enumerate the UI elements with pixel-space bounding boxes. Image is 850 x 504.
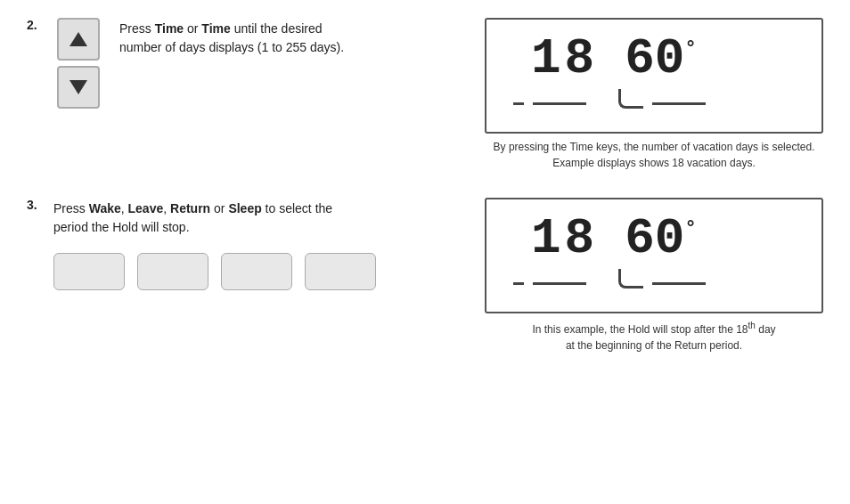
section1-caption: By pressing the Time keys, the number of… xyxy=(485,139,823,171)
dash-long-1 xyxy=(533,102,586,105)
page: 2. Press Time or Time until the desired … xyxy=(0,0,850,504)
wake-label: Wake xyxy=(89,201,121,215)
sleep-label: Sleep xyxy=(228,201,261,215)
leave-label: Leave xyxy=(128,201,164,215)
section2-caption: In this example, the Hold will stop afte… xyxy=(485,319,823,354)
wake-button[interactable] xyxy=(53,253,125,290)
display-box-1: 18 60° xyxy=(485,18,823,134)
dash-long-4 xyxy=(652,282,706,285)
or-label: or xyxy=(184,21,201,36)
step-2-number: 3. xyxy=(27,198,41,212)
section1-right: 18 60° By pressing the Time keys, the nu… xyxy=(463,18,823,171)
step-1-number: 2. xyxy=(27,18,41,32)
arrow-buttons xyxy=(57,18,100,109)
return-button[interactable] xyxy=(221,253,292,290)
days-label: number of days displays (1 to 255 days). xyxy=(119,40,344,54)
corner-shape-1 xyxy=(618,89,643,109)
display-num2-2: 60° xyxy=(625,214,696,264)
press-label-1: Press xyxy=(119,21,155,36)
section2-right: 18 60° In this example, the Hold will st… xyxy=(463,198,823,354)
section2-header: 3. Press Wake, Leave, Return or Sleep to… xyxy=(27,198,437,237)
section2-left: 3. Press Wake, Leave, Return or Sleep to… xyxy=(27,198,437,290)
corner-shape-2 xyxy=(618,269,643,289)
section1-left: 2. Press Time or Time until the desired … xyxy=(27,18,437,109)
sleep-button[interactable] xyxy=(305,253,376,290)
dash-small-1 xyxy=(513,102,524,105)
section-1: 2. Press Time or Time until the desired … xyxy=(27,18,823,171)
press-label-2: Press xyxy=(53,201,89,215)
svg-marker-1 xyxy=(69,80,87,94)
dash-long-2 xyxy=(652,102,706,105)
section2-instruction: Press Wake, Leave, Return or Sleep to se… xyxy=(53,198,437,237)
display-bottom-1 xyxy=(504,84,804,109)
display-top-2: 18 60° xyxy=(504,208,804,264)
up-arrow-button[interactable] xyxy=(57,18,100,61)
display-top-1: 18 60° xyxy=(504,28,804,84)
dash-small-2 xyxy=(513,282,524,285)
leave-button[interactable] xyxy=(137,253,208,290)
down-arrow-icon xyxy=(68,77,89,98)
until-label: until the desired xyxy=(231,21,323,36)
display-box-2: 18 60° xyxy=(485,198,823,313)
display-num1-2: 18 xyxy=(531,214,598,264)
section-2: 3. Press Wake, Leave, Return or Sleep to… xyxy=(27,198,823,354)
up-arrow-icon xyxy=(68,28,89,50)
display-num2-1: 60° xyxy=(625,34,696,84)
period-buttons xyxy=(53,253,437,290)
return-label: Return xyxy=(170,201,210,215)
display-num1-1: 18 xyxy=(531,34,598,84)
dash-long-3 xyxy=(533,282,586,285)
svg-marker-0 xyxy=(69,32,87,46)
time2-label: Time xyxy=(201,21,230,36)
time1-label: Time xyxy=(155,21,184,36)
down-arrow-button[interactable] xyxy=(57,66,100,109)
display-bottom-2 xyxy=(504,264,804,289)
section1-instruction: Press Time or Time until the desired num… xyxy=(119,18,437,57)
